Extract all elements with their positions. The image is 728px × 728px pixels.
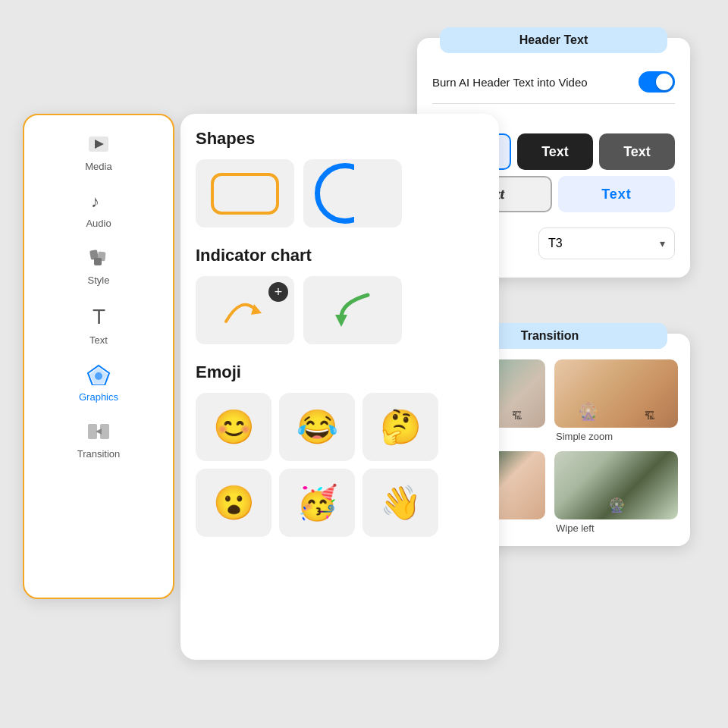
emoji-wave[interactable]: 👋 (362, 469, 438, 537)
indicator-grid: + (196, 276, 484, 344)
style-icon (87, 247, 110, 271)
burn-row: Burn AI Header Text into Video (432, 64, 675, 104)
media-icon (87, 135, 110, 158)
indicator-title: Indicator chart (196, 246, 484, 265)
zoom-thumb: 🎡 🏗 (554, 359, 678, 428)
zoom-label: Simple zoom (554, 431, 678, 442)
sidebar-item-text[interactable]: T Text (24, 297, 173, 353)
sidebar-item-audio[interactable]: ♪ Audio (24, 183, 173, 237)
chevron-down-icon: ▾ (660, 237, 665, 249)
emoji-think[interactable]: 🤔 (362, 393, 438, 461)
shape-rectangle[interactable] (196, 159, 294, 228)
burn-label: Burn AI Header Text into Video (432, 76, 588, 89)
sidebar: Media ♪ Audio Style T (23, 114, 174, 599)
transition-simple-zoom[interactable]: 🎡 🏗 Simple zoom (554, 359, 678, 442)
text-style-gray[interactable]: Text (599, 133, 675, 170)
emoji-party[interactable]: 🥳 (279, 469, 355, 537)
circle-shape (315, 163, 375, 224)
audio-icon: ♪ (88, 190, 109, 215)
emoji-row-2: 😮 🥳 👋 (196, 469, 484, 537)
sidebar-style-label: Style (88, 275, 110, 286)
rectangle-shape (211, 173, 279, 215)
svg-text:♪: ♪ (91, 192, 99, 211)
green-arrow-svg (326, 287, 379, 333)
graphics-icon (86, 364, 111, 388)
emoji-smile[interactable]: 😊 (196, 393, 271, 461)
content-area: Shapes Indicator chart + (180, 114, 499, 660)
svg-point-9 (95, 372, 102, 380)
sidebar-transition-label: Transition (77, 448, 121, 460)
emoji-laugh[interactable]: 😂 (279, 393, 355, 461)
sidebar-item-graphics[interactable]: Graphics (24, 356, 173, 410)
sidebar-media-label: Media (85, 161, 111, 172)
indicator-arrow[interactable]: + (196, 276, 294, 344)
header-text-panel-title: Header Text (440, 27, 667, 53)
transition-icon (86, 421, 111, 445)
shape-circle[interactable] (303, 159, 402, 228)
svg-rect-5 (94, 258, 102, 265)
curved-arrow-svg (215, 287, 275, 333)
emoji-grid: 😊 😂 🤔 😮 🥳 👋 (196, 393, 484, 537)
emoji-row-1: 😊 😂 🤔 (196, 393, 484, 461)
add-button[interactable]: + (268, 282, 288, 302)
sidebar-graphics-label: Graphics (79, 391, 118, 403)
burn-toggle[interactable] (639, 71, 675, 93)
sidebar-item-transition[interactable]: Transition (24, 413, 173, 467)
text-style-dark[interactable]: Text (517, 133, 593, 170)
svg-marker-14 (335, 315, 347, 327)
sidebar-audio-label: Audio (86, 218, 111, 229)
wipe-left-label: Wipe left (554, 522, 678, 534)
sidebar-item-style[interactable]: Style (24, 240, 173, 293)
transition-wipe-left[interactable]: 🎡 Wipe left (554, 451, 678, 534)
emoji-wow[interactable]: 😮 (196, 469, 271, 537)
indicator-green-arrow[interactable] (303, 276, 402, 344)
text-style-blue-bold[interactable]: Text (558, 176, 675, 212)
text-icon: T (88, 304, 109, 331)
sidebar-text-label: Text (89, 334, 108, 346)
sidebar-item-media[interactable]: Media (24, 127, 173, 180)
shapes-grid (196, 159, 484, 228)
size-select[interactable]: T3 ▾ (538, 228, 675, 259)
svg-text:T: T (93, 305, 105, 328)
wipe-left-thumb: 🎡 (554, 451, 678, 519)
size-value: T3 (548, 237, 563, 250)
emoji-title: Emoji (196, 362, 484, 382)
shapes-title: Shapes (196, 129, 484, 149)
